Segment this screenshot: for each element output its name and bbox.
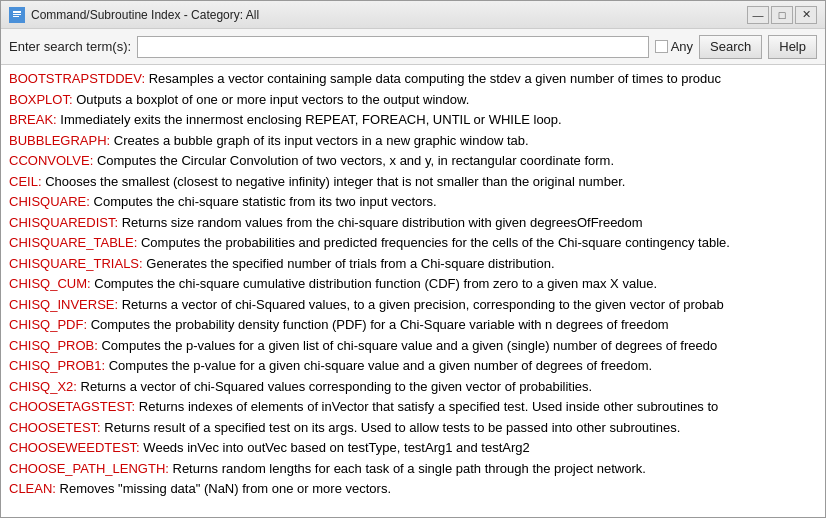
entry-desc: Computes the p-values for a given list o… — [98, 338, 717, 353]
entry-name: CEIL: — [9, 174, 42, 189]
entry-name: CHISQUARE_TABLE: — [9, 235, 137, 250]
list-item: CHISQ_X2: Returns a vector of chi-Square… — [9, 377, 817, 397]
list-item: CHISQ_CUM: Computes the chi-square cumul… — [9, 274, 817, 294]
entry-desc: Returns a vector of chi-Squared values, … — [118, 297, 724, 312]
any-checkbox[interactable] — [655, 40, 668, 53]
list-item: CHISQ_PROB1: Computes the p-value for a … — [9, 356, 817, 376]
svg-rect-1 — [13, 11, 21, 13]
entry-desc: Chooses the smallest (closest to negativ… — [42, 174, 626, 189]
list-item: CCONVOLVE: Computes the Circular Convolu… — [9, 151, 817, 171]
list-item: CHISQ_INVERSE: Returns a vector of chi-S… — [9, 295, 817, 315]
entry-name: CHISQ_PROB1: — [9, 358, 105, 373]
close-button[interactable]: ✕ — [795, 6, 817, 24]
entry-name: CLEAN: — [9, 481, 56, 496]
entry-desc: Returns indexes of elements of inVector … — [135, 399, 718, 414]
list-item: CHOOSETEST: Returns result of a specifie… — [9, 418, 817, 438]
svg-rect-2 — [13, 14, 21, 15]
entry-name: CHOOSE_PATH_LENGTH: — [9, 461, 169, 476]
list-item: BOOTSTRAPSTDDEV: Resamples a vector cont… — [9, 69, 817, 89]
any-checkbox-wrapper: Any — [655, 39, 693, 54]
any-label: Any — [671, 39, 693, 54]
list-item: CHISQUARE_TRIALS: Generates the specifie… — [9, 254, 817, 274]
window-icon — [9, 7, 25, 23]
list-item: CHISQ_PDF: Computes the probability dens… — [9, 315, 817, 335]
search-bar: Enter search term(s): Any Search Help — [1, 29, 825, 65]
help-button[interactable]: Help — [768, 35, 817, 59]
list-item: CHISQUARE_TABLE: Computes the probabilit… — [9, 233, 817, 253]
entry-name: BUBBLEGRAPH: — [9, 133, 110, 148]
search-label: Enter search term(s): — [9, 39, 131, 54]
entry-name: CHISQ_CUM: — [9, 276, 91, 291]
entry-name: CHISQ_PDF: — [9, 317, 87, 332]
search-input[interactable] — [137, 36, 649, 58]
entry-name: BOOTSTRAPSTDDEV: — [9, 71, 145, 86]
entry-name: CCONVOLVE: — [9, 153, 93, 168]
list-item: CHISQUARE: Computes the chi-square stati… — [9, 192, 817, 212]
svg-rect-3 — [13, 16, 19, 17]
entry-desc: Removes "missing data" (NaN) from one or… — [56, 481, 391, 496]
entry-name: CHOOSETAGSTEST: — [9, 399, 135, 414]
list-item: CLEAN: Removes "missing data" (NaN) from… — [9, 479, 817, 499]
entry-desc: Returns a vector of chi-Squared values c… — [77, 379, 592, 394]
entry-desc: Computes the probability density functio… — [87, 317, 669, 332]
entry-desc: Returns size random values from the chi-… — [118, 215, 643, 230]
entry-name: BREAK: — [9, 112, 57, 127]
entry-desc: Computes the p-value for a given chi-squ… — [105, 358, 652, 373]
entry-name: CHOOSEWEEDTEST: — [9, 440, 140, 455]
list-item: BOXPLOT: Outputs a boxplot of one or mor… — [9, 90, 817, 110]
list-item: BUBBLEGRAPH: Creates a bubble graph of i… — [9, 131, 817, 151]
list-item: CHOOSEWEEDTEST: Weeds inVec into outVec … — [9, 438, 817, 458]
minimize-button[interactable]: — — [747, 6, 769, 24]
entry-desc: Immediately exits the innermost enclosin… — [57, 112, 562, 127]
list-item: BREAK: Immediately exits the innermost e… — [9, 110, 817, 130]
entry-desc: Weeds inVec into outVec based on testTyp… — [140, 440, 530, 455]
title-bar: Command/Subroutine Index - Category: All… — [1, 1, 825, 29]
main-window: Command/Subroutine Index - Category: All… — [0, 0, 826, 518]
entry-desc: Computes the Circular Convolution of two… — [93, 153, 614, 168]
entry-desc: Computes the chi-square statistic from i… — [90, 194, 437, 209]
maximize-button[interactable]: □ — [771, 6, 793, 24]
entry-name: CHISQUARE_TRIALS: — [9, 256, 143, 271]
entry-name: CHISQUAREDIST: — [9, 215, 118, 230]
entry-desc: Resamples a vector containing sample dat… — [145, 71, 721, 86]
entry-name: CHISQ_PROB: — [9, 338, 98, 353]
entry-desc: Outputs a boxplot of one or more input v… — [73, 92, 470, 107]
list-item: CHISQ_PROB: Computes the p-values for a … — [9, 336, 817, 356]
entry-name: CHISQUARE: — [9, 194, 90, 209]
entry-desc: Computes the chi-square cumulative distr… — [91, 276, 657, 291]
title-bar-left: Command/Subroutine Index - Category: All — [9, 7, 259, 23]
entry-desc: Computes the probabilities and predicted… — [137, 235, 730, 250]
search-button[interactable]: Search — [699, 35, 762, 59]
list-item: CHOOSETAGSTEST: Returns indexes of eleme… — [9, 397, 817, 417]
entry-name: CHOOSETEST: — [9, 420, 101, 435]
content-area[interactable]: BOOTSTRAPSTDDEV: Resamples a vector cont… — [1, 65, 825, 517]
entry-name: BOXPLOT: — [9, 92, 73, 107]
entry-desc: Returns random lengths for each task of … — [169, 461, 646, 476]
list-item: CHOOSE_PATH_LENGTH: Returns random lengt… — [9, 459, 817, 479]
entry-name: CHISQ_X2: — [9, 379, 77, 394]
list-item: CEIL: Chooses the smallest (closest to n… — [9, 172, 817, 192]
window-title: Command/Subroutine Index - Category: All — [31, 8, 259, 22]
entry-desc: Creates a bubble graph of its input vect… — [110, 133, 528, 148]
entry-desc: Generates the specified number of trials… — [143, 256, 555, 271]
title-bar-controls: — □ ✕ — [747, 6, 817, 24]
entry-desc: Returns result of a specified test on it… — [101, 420, 681, 435]
entry-name: CHISQ_INVERSE: — [9, 297, 118, 312]
list-item: CHISQUAREDIST: Returns size random value… — [9, 213, 817, 233]
